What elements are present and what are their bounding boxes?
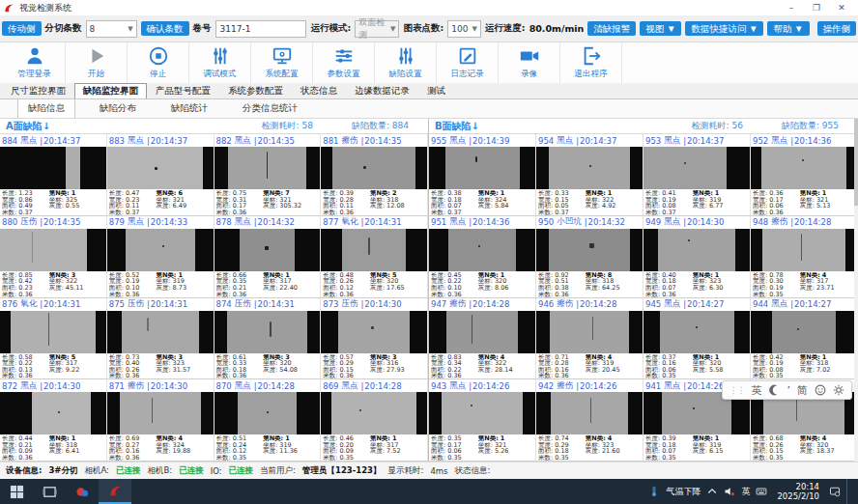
ime-language-bar[interactable]: ⋮⋮ 英 ’ 简	[722, 380, 853, 400]
main-tab-4[interactable]: 状态信息	[292, 83, 346, 98]
defect-cell[interactable]: 955 黑点 |20:14:39 长度:0.38宽度:0.18面积:0.07米数…	[429, 134, 536, 216]
roll-number-input[interactable]: 3117-1	[215, 20, 307, 38]
sub-tab-1[interactable]: 缺陷分布	[89, 98, 147, 118]
defect-cell[interactable]: 870 黑点 |20:14:28 长度:0.51宽度:0.24面积:0.12米数…	[214, 379, 322, 462]
language-indicator[interactable]: 英	[741, 486, 750, 498]
defect-thumbnail[interactable]	[644, 229, 750, 271]
defect-thumbnail[interactable]	[0, 392, 106, 434]
toolbar-play-button[interactable]: 开始	[66, 42, 128, 83]
start-button[interactable]	[0, 479, 33, 504]
thermometer-icon[interactable]	[648, 486, 660, 497]
defect-thumbnail[interactable]	[0, 147, 106, 189]
defect-thumbnail[interactable]	[214, 311, 321, 353]
defect-thumbnail[interactable]	[107, 229, 214, 271]
defect-cell[interactable]: 869 黑点 |20:14:28 长度:0.46宽度:0.20面积:0.09米数…	[321, 379, 428, 462]
defect-cell[interactable]: 954 黑点 |20:14:37 长度:0.33宽度:0.15面积:0.05米数…	[536, 134, 644, 216]
defect-thumbnail[interactable]	[429, 147, 535, 189]
defect-cell[interactable]: 873 压伤 |20:14:30 长度:0.57宽度:0.29面积:0.15米数…	[321, 298, 428, 380]
ime-punctuation[interactable]: ’	[787, 384, 791, 397]
defect-thumbnail[interactable]	[107, 392, 214, 434]
defect-cell[interactable]: 943 黑点 |20:14:26 长度:0.35宽度:0.17面积:0.06米数…	[429, 379, 536, 462]
confirm-count-button[interactable]: 确认条数	[141, 21, 189, 37]
sub-tab-0[interactable]: 缺陷信息	[17, 98, 75, 118]
defect-thumbnail[interactable]	[751, 229, 857, 271]
defect-cell[interactable]: 872 黑点 |20:14:30 长度:0.44宽度:0.21面积:0.09米数…	[0, 379, 107, 462]
defect-thumbnail[interactable]	[536, 147, 643, 189]
defect-cell[interactable]: 875 压伤 |20:14:31 长度:0.73宽度:0.40面积:0.26米数…	[107, 298, 214, 380]
vertical-scrollbar[interactable]	[854, 119, 858, 462]
maximize-button[interactable]: ❐	[804, 1, 829, 15]
defect-cell[interactable]: 952 黑点 |20:14:36 长度:0.36宽度:0.17面积:0.06米数…	[751, 134, 858, 216]
weather-text[interactable]: 气温下降	[666, 486, 701, 498]
show-desktop-button[interactable]	[846, 479, 854, 504]
defect-thumbnail[interactable]	[321, 147, 427, 189]
defect-cell[interactable]: 947 擦伤 |20:14:28 长度:0.83宽度:0.34面积:0.22米数…	[429, 298, 536, 380]
main-tab-6[interactable]: 测试	[418, 83, 454, 98]
defect-thumbnail[interactable]	[0, 311, 106, 353]
defect-thumbnail[interactable]	[536, 392, 643, 434]
toolbar-camera-button[interactable]: 录像	[499, 42, 560, 83]
moon-halfwidth-icon[interactable]	[769, 384, 781, 396]
help-menu-button[interactable]: 帮助 ▼	[767, 21, 809, 37]
defect-cell[interactable]: 883 黑点 |20:14:37 长度:0.47宽度:0.23面积:0.11米数…	[107, 134, 214, 216]
defect-cell[interactable]: 942 擦伤 |20:14:26 长度:0.74宽度:0.29面积:0.18米数…	[536, 379, 644, 462]
tray-expand-icon[interactable]	[706, 486, 718, 497]
main-tab-1[interactable]: 缺陷监控界面	[74, 83, 147, 98]
chart-points-select[interactable]: 100▼	[447, 20, 481, 38]
minimize-button[interactable]: –	[779, 1, 804, 15]
defect-cell[interactable]: 949 黑点 |20:14:30 长度:0.40宽度:0.18面积:0.07米数…	[644, 216, 751, 298]
taskbar-app-inspection-active[interactable]	[99, 479, 131, 504]
defect-cell[interactable]: 946 擦伤 |20:14:28 长度:0.71宽度:0.28面积:0.16米数…	[536, 298, 644, 380]
defect-thumbnail[interactable]	[321, 311, 427, 353]
defect-cell[interactable]: 944 黑点 |20:14:27 长度:0.42宽度:0.19面积:0.08米数…	[751, 298, 858, 380]
main-tab-5[interactable]: 边缘数据记录	[346, 83, 418, 98]
sub-tab-2[interactable]: 缺陷统计	[160, 98, 218, 118]
defect-cell[interactable]: 953 黑点 |20:14:37 长度:0.41宽度:0.19面积:0.08米数…	[644, 134, 751, 216]
defect-cell[interactable]: 950 小凹坑 |20:14:32 长度:0.92宽度:0.51面积:0.38米…	[536, 216, 644, 298]
ime-simplified[interactable]: 简	[797, 383, 808, 398]
defect-thumbnail[interactable]	[214, 392, 321, 434]
defect-thumbnail[interactable]	[429, 311, 535, 353]
defect-thumbnail[interactable]	[751, 311, 857, 353]
gear-icon[interactable]	[833, 384, 844, 396]
toolbar-user-button[interactable]: 管理登录	[4, 42, 66, 83]
toolbar-stop-button[interactable]: 停止	[128, 42, 189, 83]
defect-cell[interactable]: 876 氧化 |20:14:31 长度:0.58宽度:0.22面积:0.13米数…	[0, 298, 107, 380]
emoji-icon[interactable]	[815, 384, 826, 396]
ime-keyboard-icon[interactable]	[756, 486, 767, 497]
defect-cell[interactable]: 881 擦伤 |20:14:35 长度:0.39宽度:0.28面积:0.11米数…	[321, 134, 428, 216]
defect-cell[interactable]: 948 擦伤 |20:14:28 长度:0.78宽度:0.30面积:0.19米数…	[751, 216, 858, 298]
defect-thumbnail[interactable]	[214, 147, 321, 189]
main-tab-2[interactable]: 产品型号配置	[147, 83, 219, 98]
toolbar-params-sliders-button[interactable]: 参数设置	[313, 42, 375, 83]
close-button[interactable]: ✕	[829, 1, 854, 15]
defect-thumbnail[interactable]	[321, 392, 427, 434]
defect-thumbnail[interactable]	[107, 311, 214, 353]
sub-tab-3[interactable]: 分类信息统计	[232, 98, 308, 118]
defect-thumbnail[interactable]	[107, 147, 214, 189]
run-mode-select[interactable]: 双面检测▼	[355, 20, 399, 38]
main-tab-0[interactable]: 尺寸监控界面	[2, 83, 74, 98]
slit-count-select[interactable]: 8▼	[86, 20, 137, 38]
defect-thumbnail[interactable]	[536, 229, 643, 271]
notification-icon[interactable]	[829, 486, 841, 497]
toolbar-exit-button[interactable]: 退出程序	[560, 42, 622, 83]
main-tab-3[interactable]: 系统参数配置	[219, 83, 292, 98]
defect-thumbnail[interactable]	[429, 229, 535, 271]
defect-cell[interactable]: 879 黑点 |20:14:33 长度:0.52宽度:0.19面积:0.10米数…	[107, 216, 214, 298]
defect-thumbnail[interactable]	[644, 147, 750, 189]
clear-alarm-button[interactable]: 清缺报警	[587, 21, 636, 37]
defect-cell[interactable]: 877 氧化 |20:14:31 长度:0.48宽度:0.26面积:0.12米数…	[321, 216, 428, 298]
defect-cell[interactable]: 884 黑点 |20:14:37 长度:1.23宽度:0.86面积:0.49米数…	[0, 134, 107, 216]
toolbar-debug-sliders-button[interactable]: 调试模式	[189, 42, 251, 83]
ime-drag-handle-icon[interactable]: ⋮⋮	[729, 385, 745, 395]
defect-cell[interactable]: 871 擦伤 |20:14:30 长度:0.69宽度:0.27面积:0.16米数…	[107, 379, 214, 462]
toolbar-log-button[interactable]: 日志记录	[437, 42, 499, 83]
defect-cell[interactable]: 878 黑点 |20:14:32 长度:0.66宽度:0.35面积:0.21米数…	[214, 216, 322, 298]
scrollbar-thumb[interactable]	[854, 119, 858, 206]
defect-cell[interactable]: 951 黑点 |20:14:36 长度:0.45宽度:0.22面积:0.10米数…	[429, 216, 536, 298]
defect-thumbnail[interactable]	[0, 229, 106, 271]
operator-side-button[interactable]: 操作侧	[817, 21, 857, 37]
defect-thumbnail[interactable]	[644, 311, 750, 353]
view-menu-button[interactable]: 视图 ▼	[640, 21, 681, 37]
